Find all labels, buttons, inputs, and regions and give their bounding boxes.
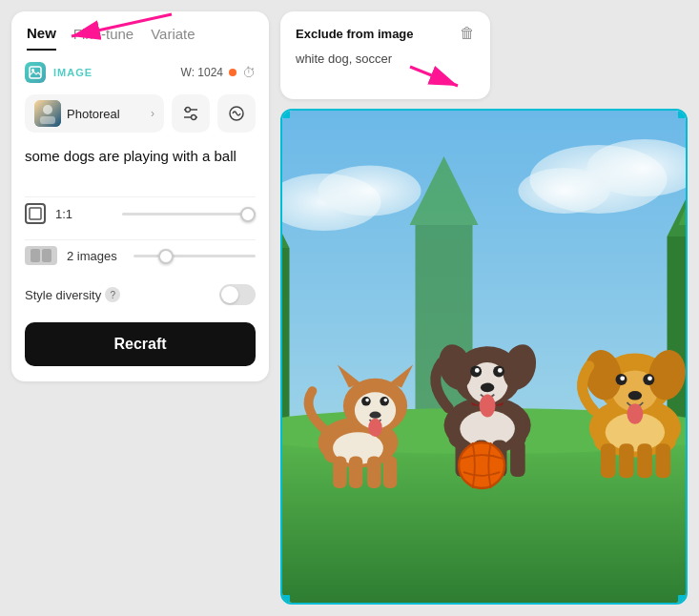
image-section-label: IMAGE [53, 67, 93, 78]
svg-point-58 [481, 383, 494, 393]
svg-rect-79 [637, 443, 652, 478]
corner-handle-tr [678, 109, 688, 118]
tab-bar: New Fine-tune Variate [11, 11, 269, 51]
svg-point-3 [43, 105, 52, 114]
svg-point-40 [370, 412, 381, 419]
svg-rect-12 [42, 249, 51, 262]
diversity-toggle[interactable] [219, 284, 256, 305]
svg-rect-42 [333, 456, 346, 488]
svg-rect-11 [31, 249, 40, 262]
image-type-icon [25, 62, 46, 83]
svg-point-16 [519, 168, 610, 214]
svg-point-18 [319, 166, 421, 216]
svg-point-38 [365, 399, 369, 402]
images-count-label[interactable]: 2 images [67, 249, 124, 263]
diversity-label: Style diversity ? [25, 287, 120, 302]
diversity-row: Style diversity ? [25, 280, 256, 309]
status-dot [229, 69, 236, 76]
style-name: Photoreal [67, 107, 120, 121]
tab-new[interactable]: New [27, 25, 56, 51]
exclude-panel: Exclude from image 🗑 white dog, soccer [280, 11, 490, 99]
style-thumbnail [34, 100, 61, 127]
svg-point-8 [192, 115, 196, 120]
help-icon[interactable]: ? [105, 287, 120, 302]
exclude-title: Exclude from image [296, 27, 414, 41]
svg-rect-43 [349, 456, 362, 488]
exclude-header: Exclude from image 🗑 [296, 25, 475, 42]
svg-rect-80 [656, 443, 671, 478]
prompt-text[interactable]: some dogs are playing with a ball [25, 142, 256, 170]
svg-point-57 [498, 368, 503, 373]
svg-point-74 [648, 376, 652, 380]
ratio-slider[interactable] [122, 213, 256, 216]
corner-handle-tl [280, 109, 290, 118]
corner-handle-bl [280, 595, 290, 605]
adjustments-button[interactable] [172, 94, 210, 133]
image-header-row: IMAGE W: 1024 ⏱ [25, 62, 256, 85]
svg-rect-0 [30, 67, 41, 78]
svg-point-59 [480, 395, 496, 418]
recraft-button[interactable]: Recraft [25, 322, 256, 366]
svg-rect-4 [40, 116, 55, 124]
width-value: W: 1024 [181, 66, 223, 79]
dimension-row: W: 1024 ⏱ [181, 65, 256, 80]
svg-point-1 [31, 69, 34, 72]
svg-rect-77 [601, 443, 616, 478]
svg-point-41 [368, 419, 381, 437]
svg-rect-45 [383, 456, 397, 488]
svg-point-75 [628, 391, 642, 400]
style-selector[interactable]: Photoreal › [25, 94, 164, 133]
panel-body: IMAGE W: 1024 ⏱ [11, 51, 269, 381]
svg-point-56 [475, 368, 480, 373]
images-row: 2 images [25, 239, 256, 271]
images-slider[interactable] [134, 255, 256, 257]
trash-icon[interactable]: 🗑 [460, 25, 475, 42]
ratio-label[interactable]: 1:1 [55, 207, 113, 221]
svg-rect-78 [619, 443, 634, 478]
svg-point-39 [384, 399, 388, 402]
ratio-icon [25, 203, 46, 224]
clock-icon: ⏱ [242, 65, 256, 80]
generated-image [280, 109, 688, 605]
images-icon [25, 246, 57, 265]
svg-point-6 [186, 108, 191, 113]
style-button[interactable] [217, 94, 256, 133]
svg-rect-44 [367, 456, 380, 488]
svg-rect-10 [30, 208, 41, 219]
svg-point-73 [620, 376, 625, 380]
right-area: Exclude from image 🗑 white dog, soccer [280, 11, 688, 605]
toggle-knob [221, 286, 238, 303]
svg-rect-63 [510, 441, 525, 477]
tab-finetune[interactable]: Fine-tune [73, 26, 134, 50]
corner-handle-br [678, 595, 688, 605]
ratio-row: 1:1 [25, 196, 256, 230]
chevron-right-icon: › [151, 107, 154, 120]
exclude-input[interactable]: white dog, soccer [296, 51, 475, 86]
tab-variate[interactable]: Variate [151, 26, 195, 50]
left-panel: New Fine-tune Variate IMAGE W: 1024 [11, 11, 269, 381]
style-row: Photoreal › [25, 94, 256, 133]
svg-point-76 [627, 403, 644, 424]
